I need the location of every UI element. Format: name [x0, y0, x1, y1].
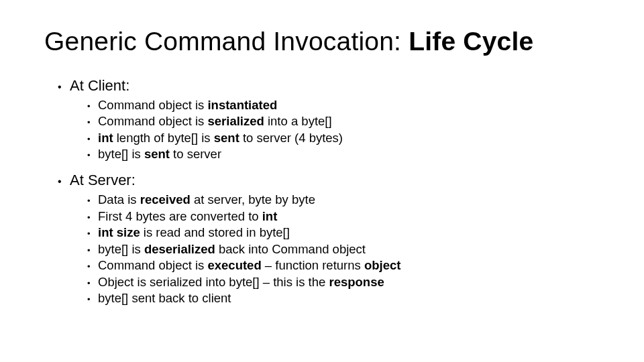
list-item-text: byte[] sent back to client: [98, 290, 231, 306]
list-item-text: Object is serialized into byte[] – this …: [98, 274, 384, 290]
list-item-text: Command object is serialized into a byte…: [98, 113, 332, 129]
list-item: •Command object is executed – function r…: [87, 257, 604, 274]
text-run: at server, byte by byte: [191, 192, 315, 206]
text-run: back into Command object: [215, 242, 366, 256]
slide: Generic Command Invocation: Life Cycle •…: [0, 0, 644, 362]
text-run: into a byte[]: [264, 114, 332, 128]
list-item: •byte[] is deserialized back into Comman…: [87, 241, 604, 257]
list-item: •Command object is instantiated: [87, 97, 604, 113]
text-run: byte[] is: [98, 242, 144, 256]
text-run: length of byte[] is: [113, 131, 214, 145]
text-run: Data is: [98, 192, 140, 206]
text-run: Command object is: [98, 98, 207, 112]
text-run: to server (4 bytes): [239, 131, 343, 145]
bold-run: response: [329, 275, 384, 289]
bullet-icon: •: [87, 245, 98, 256]
bold-run: sent: [214, 131, 239, 145]
text-run: Object is serialized into byte[] – this …: [98, 275, 329, 289]
list-item: •Command object is serialized into a byt…: [87, 113, 604, 129]
text-run: byte[] sent back to client: [98, 291, 231, 305]
bullet-icon: •: [58, 80, 70, 95]
bold-run: int size: [98, 225, 140, 239]
list-item: •First 4 bytes are converted to int: [87, 208, 604, 225]
sub-list: •Data is received at server, byte by byt…: [87, 192, 604, 306]
list-item: •Data is received at server, byte by byt…: [87, 192, 604, 208]
list-item: •byte[] is sent to server: [87, 146, 604, 162]
list-item-text: Command object is instantiated: [98, 97, 277, 113]
list-item: •Object is serialized into byte[] – this…: [87, 274, 604, 290]
text-run: to server: [170, 147, 221, 161]
list-item-text: Command object is executed – function re…: [98, 257, 400, 274]
bullet-icon: •: [87, 294, 98, 305]
text-run: byte[] is: [98, 147, 144, 161]
bold-run: deserialized: [144, 242, 215, 256]
list-item-text: Data is received at server, byte by byte: [98, 192, 315, 208]
bold-run: int: [262, 209, 278, 223]
bold-run: instantiated: [207, 98, 277, 112]
list-item-text: int size is read and stored in byte[]: [98, 225, 290, 241]
text-run: First 4 bytes are converted to: [98, 209, 262, 223]
slide-title: Generic Command Invocation: Life Cycle: [44, 27, 604, 57]
bold-run: received: [140, 192, 191, 206]
list-item-text: byte[] is deserialized back into Command…: [98, 241, 366, 257]
bullet-icon: •: [87, 261, 98, 272]
bullet-icon: •: [58, 174, 70, 189]
list-item: •int size is read and stored in byte[]: [87, 225, 604, 241]
list-item-text: int length of byte[] is sent to server (…: [98, 130, 343, 146]
bullet-icon: •: [87, 117, 98, 128]
title-emph: Life Cycle: [409, 27, 533, 56]
text-run: – function returns: [262, 258, 364, 272]
bullet-icon: •: [87, 212, 98, 223]
slide-body: •At Client:•Command object is instantiat…: [44, 77, 604, 306]
title-plain: Generic Command Invocation:: [44, 27, 409, 56]
bold-run: sent: [144, 147, 170, 161]
sub-list: •Command object is instantiated•Command …: [87, 97, 604, 163]
section-heading-text: At Server:: [70, 172, 136, 189]
text-run: Command object is: [98, 258, 207, 272]
text-run: is read and stored in byte[]: [140, 225, 290, 239]
bold-run: serialized: [207, 114, 264, 128]
bold-run: executed: [207, 258, 261, 272]
list-item: •int length of byte[] is sent to server …: [87, 130, 604, 146]
bullet-icon: •: [87, 228, 98, 239]
section-heading: •At Server:: [58, 172, 604, 189]
list-item-text: byte[] is sent to server: [98, 146, 221, 162]
bullet-icon: •: [87, 278, 98, 289]
section-heading: •At Client:: [58, 77, 604, 95]
bullet-icon: •: [87, 195, 98, 206]
text-run: Command object is: [98, 114, 207, 128]
bold-run: object: [364, 258, 400, 272]
section-heading-text: At Client:: [70, 77, 129, 95]
bullet-icon: •: [87, 101, 98, 112]
bullet-icon: •: [87, 149, 98, 161]
list-item-text: First 4 bytes are converted to int: [98, 208, 277, 225]
list-item: •byte[] sent back to client: [87, 290, 604, 306]
bullet-icon: •: [87, 133, 98, 145]
bold-run: int: [98, 131, 113, 145]
